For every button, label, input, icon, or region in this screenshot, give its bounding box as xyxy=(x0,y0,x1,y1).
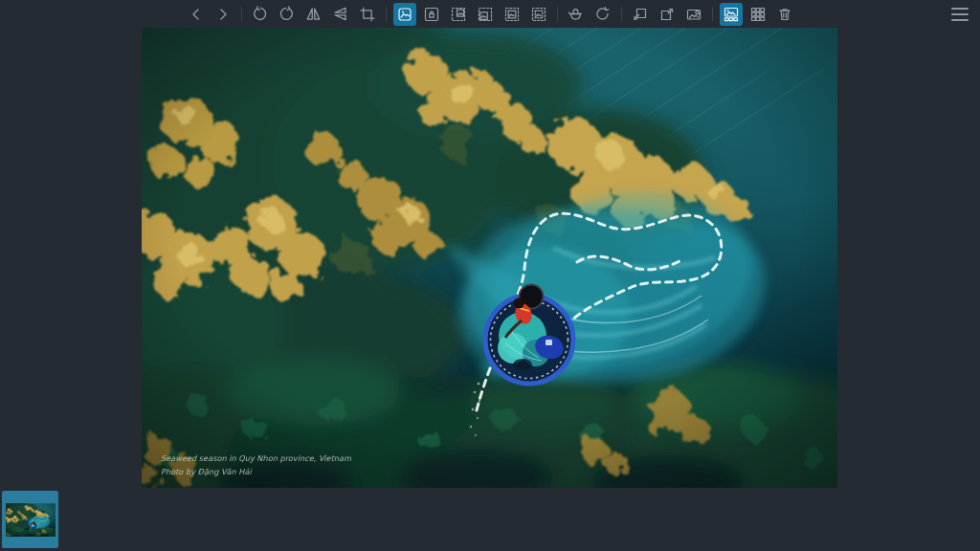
image-selection-2-icon xyxy=(478,7,493,22)
refresh-icon xyxy=(594,6,611,22)
paint-icon xyxy=(568,6,584,22)
rotate-ccw-icon xyxy=(252,6,268,22)
toolbar-divider xyxy=(621,7,622,21)
filmstrip-view-icon xyxy=(724,7,739,22)
delete-button[interactable] xyxy=(773,3,796,26)
rotate-right-button[interactable] xyxy=(276,3,299,26)
resize-larger-button[interactable] xyxy=(656,3,679,26)
menu-button[interactable] xyxy=(951,8,969,21)
filmstrip-thumbnail-selected[interactable] xyxy=(2,491,58,548)
flip-vertical-icon xyxy=(332,6,348,22)
rotate-left-button[interactable] xyxy=(249,3,272,26)
rotate-cw-icon xyxy=(278,6,295,22)
grid-view-button[interactable] xyxy=(746,3,769,26)
refresh-button[interactable] xyxy=(591,3,614,26)
flip-vertical-button[interactable] xyxy=(329,3,352,26)
toolbar-divider xyxy=(241,7,242,21)
flip-horizontal-icon xyxy=(305,6,322,22)
image-lock-icon xyxy=(424,7,439,22)
hamburger-icon xyxy=(951,13,969,15)
image-selection-4-button[interactable] xyxy=(527,3,550,26)
toolbar-divider xyxy=(712,7,713,21)
trash-icon xyxy=(777,7,792,22)
image-view-icon xyxy=(397,7,412,22)
main-photo-view[interactable] xyxy=(142,28,837,488)
hamburger-icon xyxy=(951,19,969,21)
chevron-left-icon xyxy=(189,7,204,22)
toolbar-divider xyxy=(386,7,387,21)
image-preview-icon xyxy=(686,7,702,22)
grid-view-icon xyxy=(750,7,766,22)
image-selection-3-button[interactable] xyxy=(501,3,523,26)
resize-smaller-button[interactable] xyxy=(629,3,652,26)
image-selection-1-button[interactable] xyxy=(447,3,470,26)
flip-horizontal-button[interactable] xyxy=(302,3,325,26)
hamburger-icon xyxy=(951,8,969,10)
image-selection-3-icon xyxy=(504,7,520,22)
image-preview-button[interactable] xyxy=(682,3,705,26)
top-toolbar xyxy=(0,0,980,28)
crop-button[interactable] xyxy=(356,3,379,26)
image-lock-button[interactable] xyxy=(420,3,443,26)
thumbnail-image xyxy=(6,503,56,537)
crop-icon xyxy=(360,7,375,22)
image-selection-4-icon xyxy=(531,7,546,22)
chevron-right-icon xyxy=(215,7,231,22)
toolbar-divider xyxy=(557,7,558,21)
resize-larger-icon xyxy=(659,7,675,22)
previous-image-button[interactable] xyxy=(185,3,208,26)
image-selection-2-button[interactable] xyxy=(474,3,497,26)
filmstrip-view-button[interactable] xyxy=(720,3,743,26)
app-window: Seaweed season in Quy Nhon province, Vie… xyxy=(0,0,980,551)
image-selection-1-icon xyxy=(451,7,466,22)
paint-button[interactable] xyxy=(565,3,588,26)
image-view-button[interactable] xyxy=(393,3,416,26)
next-image-button[interactable] xyxy=(212,3,234,26)
resize-smaller-icon xyxy=(633,7,648,22)
